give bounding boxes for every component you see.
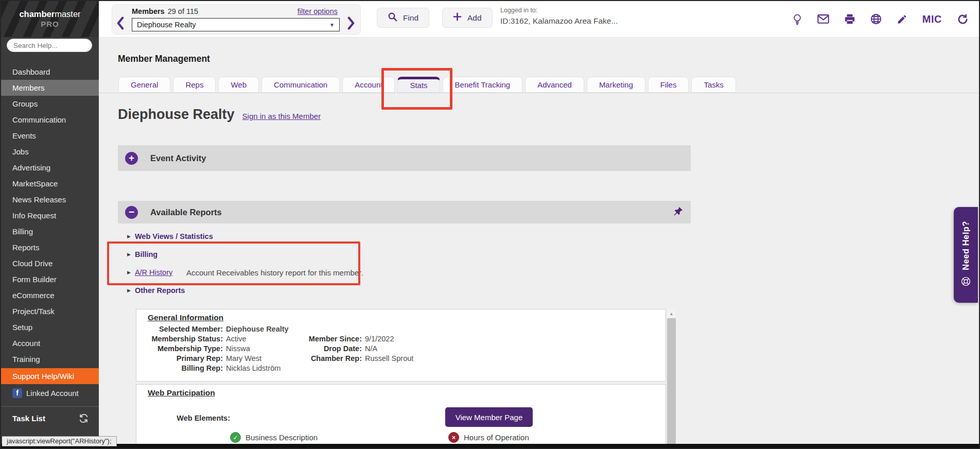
- logo-subtitle: PRO: [41, 20, 59, 29]
- web-participation-heading: Web Participation: [148, 388, 215, 398]
- refresh-icon[interactable]: [957, 13, 969, 25]
- mail-icon[interactable]: [817, 14, 829, 24]
- find-button[interactable]: Find: [377, 8, 429, 28]
- tab-communication[interactable]: Communication: [261, 77, 340, 93]
- expand-plus-icon[interactable]: +: [125, 152, 138, 165]
- info-label: Member Since:: [301, 334, 362, 343]
- sidebar-item-billing[interactable]: Billing: [1, 223, 99, 239]
- info-row: Member Since: 9/1/2022: [301, 334, 394, 343]
- sign-in-as-member-link[interactable]: Sign in as this Member: [242, 112, 321, 120]
- general-information-panel: General Information Selected Member: Die…: [136, 309, 666, 382]
- sidebar-item-events[interactable]: Events: [1, 128, 99, 144]
- available-reports-section-header[interactable]: − Available Reports: [118, 201, 691, 223]
- report-web-views-link[interactable]: Web Views / Statistics: [135, 232, 213, 240]
- app-logo: chambermaster PRO: [1, 1, 99, 37]
- event-activity-title: Event Activity: [150, 153, 206, 163]
- sidebar-nav: Dashboard Members Groups Communication E…: [1, 64, 99, 423]
- members-count: 29 of 115: [168, 7, 198, 15]
- general-information-heading: General Information: [148, 313, 223, 322]
- sidebar-item-account[interactable]: Account: [1, 335, 99, 351]
- tab-account[interactable]: Account: [342, 77, 395, 93]
- tab-reps[interactable]: Reps: [173, 77, 216, 93]
- web-element-label: Hours of Operation: [464, 433, 529, 442]
- vertical-scrollbar[interactable]: ▲: [667, 310, 676, 446]
- task-list-header[interactable]: Task List: [1, 407, 99, 423]
- sidebar-item-support-help-wiki[interactable]: Support Help/Wiki: [1, 368, 99, 384]
- member-select[interactable]: Diephouse Realty ▼: [132, 18, 340, 31]
- info-row: Chamber Rep: Russell Sprout: [301, 354, 413, 363]
- sidebar-item-jobs[interactable]: Jobs: [1, 144, 99, 160]
- tab-marketing[interactable]: Marketing: [587, 77, 645, 93]
- sidebar-item-reports[interactable]: Reports: [1, 239, 99, 255]
- report-billing-link[interactable]: Billing: [135, 250, 157, 258]
- tab-benefit-tracking[interactable]: Benefit Tracking: [443, 77, 523, 93]
- info-row: Billing Rep: Nicklas Lidström: [145, 364, 281, 373]
- window-bottom-border: [1, 444, 979, 448]
- tab-files[interactable]: Files: [648, 77, 689, 93]
- sidebar-item-project-task[interactable]: Project/Task: [1, 303, 99, 319]
- report-ar-history-link[interactable]: A/R History: [135, 268, 172, 277]
- sidebar-item-news-releases[interactable]: News Releases: [1, 192, 99, 208]
- sidebar-item-ecommerce[interactable]: eCommerce: [1, 287, 99, 303]
- collapse-minus-icon[interactable]: −: [125, 206, 138, 219]
- sidebar-item-info-request[interactable]: Info Request: [1, 208, 99, 223]
- search-help-input[interactable]: [7, 39, 92, 52]
- event-activity-section-header[interactable]: + Event Activity: [118, 145, 691, 171]
- report-other-link[interactable]: Other Reports: [135, 286, 185, 295]
- sidebar-item-cloud-drive[interactable]: Cloud Drive: [1, 255, 99, 271]
- view-member-page-button[interactable]: View Member Page: [445, 407, 533, 427]
- member-name-heading: Diephouse Realty: [118, 107, 235, 123]
- mic-menu[interactable]: MIC: [922, 13, 942, 25]
- x-circle-icon: ×: [448, 432, 459, 443]
- tab-advanced[interactable]: Advanced: [525, 77, 584, 93]
- page-title: Member Management: [118, 54, 210, 64]
- sidebar-item-linked-account[interactable]: f Linked Account: [1, 384, 99, 402]
- info-label: Drop Date:: [301, 344, 362, 353]
- report-other-row: ▶Other Reports: [127, 286, 185, 295]
- need-help-tab[interactable]: Need Help?: [954, 207, 978, 303]
- triangle-right-icon: ▶: [127, 288, 131, 293]
- tab-strip: General Reps Web Communication Account S…: [99, 77, 978, 93]
- previous-member-icon[interactable]: [116, 16, 124, 32]
- annotation-box-billing-reports: [107, 241, 360, 285]
- selected-member-value: Diephouse Realty: [137, 21, 196, 29]
- web-elements-label: Web Elements:: [145, 414, 230, 422]
- web-element-label: Business Description: [246, 433, 318, 442]
- next-member-icon[interactable]: [347, 16, 355, 32]
- scroll-up-arrow[interactable]: ▲: [667, 310, 676, 318]
- help-lifebuoy-icon: [960, 276, 971, 289]
- sidebar-item-advertising[interactable]: Advertising: [1, 160, 99, 176]
- tab-web[interactable]: Web: [218, 77, 259, 93]
- sidebar-item-groups[interactable]: Groups: [1, 96, 99, 112]
- tab-general[interactable]: General: [118, 77, 170, 93]
- refresh-tasks-icon[interactable]: [79, 413, 89, 423]
- add-button[interactable]: Add: [442, 8, 493, 28]
- pin-icon[interactable]: [673, 206, 684, 219]
- sidebar: chambermaster PRO Dashboard Members Grou…: [1, 1, 99, 444]
- info-row: Membership Status: Active: [145, 334, 247, 343]
- sidebar-item-communication[interactable]: Communication: [1, 112, 99, 128]
- sidebar-item-marketspace[interactable]: MarketSpace: [1, 176, 99, 192]
- sidebar-item-training[interactable]: Training: [1, 351, 99, 367]
- sidebar-item-form-builder[interactable]: Form Builder: [1, 271, 99, 287]
- logo-text: chambermaster: [19, 9, 80, 20]
- info-value: Nisswa: [226, 344, 250, 353]
- info-row: Primary Rep: Mary West: [145, 354, 261, 363]
- sidebar-item-dashboard[interactable]: Dashboard: [1, 64, 99, 80]
- info-value: Russell Sprout: [365, 354, 413, 363]
- edit-pencil-icon[interactable]: [897, 14, 907, 25]
- print-icon[interactable]: [844, 13, 855, 25]
- sidebar-item-members[interactable]: Members: [1, 80, 99, 96]
- sidebar-item-setup[interactable]: Setup: [1, 319, 99, 335]
- info-value: Nicklas Lidström: [226, 364, 281, 373]
- scrollbar-thumb[interactable]: [667, 318, 676, 446]
- report-ar-history-row: ▶A/R History Account Receivables history…: [127, 268, 172, 277]
- logo-rest: master: [55, 9, 80, 19]
- globe-icon[interactable]: [870, 13, 882, 25]
- tab-tasks[interactable]: Tasks: [691, 77, 736, 93]
- need-help-label: Need Help?: [961, 221, 971, 270]
- ar-history-description: Account Receivables history report for t…: [186, 268, 363, 277]
- lightbulb-icon[interactable]: [792, 13, 802, 25]
- tab-stats[interactable]: Stats: [397, 77, 440, 93]
- filter-options-link[interactable]: filter options: [297, 7, 338, 15]
